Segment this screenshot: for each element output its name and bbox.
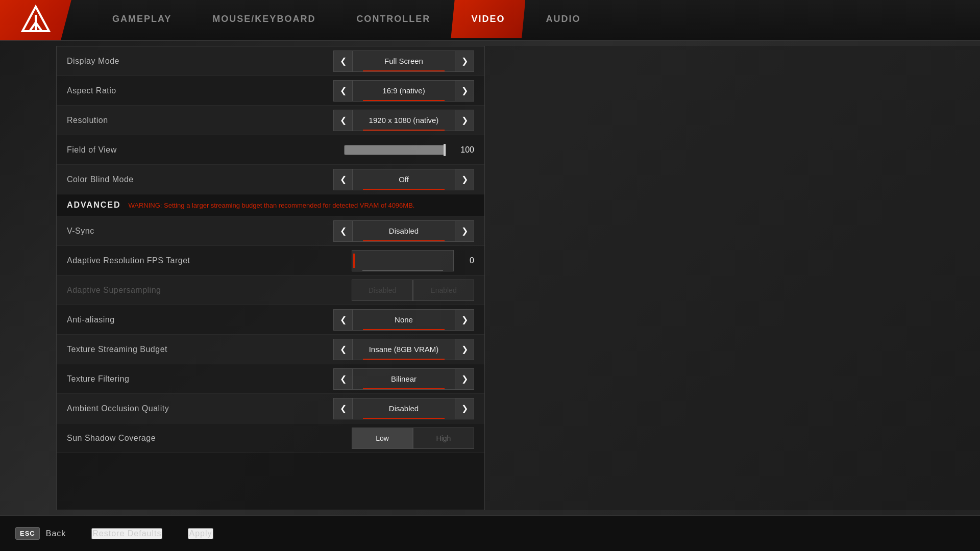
anti-aliasing-value: None	[353, 309, 455, 331]
display-mode-label: Display Mode	[67, 57, 333, 66]
warning-text: WARNING: Setting a larger streaming budg…	[128, 202, 414, 209]
display-mode-value: Full Screen	[353, 51, 455, 72]
adaptive-supersampling-row: Adaptive Supersampling Disabled Enabled	[57, 276, 484, 305]
color-blind-mode-label: Color Blind Mode	[67, 175, 333, 184]
tab-gameplay[interactable]: GAMEPLAY	[92, 0, 192, 40]
ambient-occlusion-left-btn[interactable]: ❮	[333, 398, 353, 419]
esc-key: ESC	[15, 527, 40, 540]
adaptive-resolution-row: Adaptive Resolution FPS Target 0	[57, 246, 484, 276]
texture-streaming-label: Texture Streaming Budget	[67, 345, 333, 354]
esc-back-group[interactable]: ESC Back	[15, 527, 66, 540]
aspect-ratio-left-btn[interactable]: ❮	[333, 80, 353, 102]
aspect-ratio-row: Aspect Ratio ❮ 16:9 (native) ❯	[57, 76, 484, 106]
anti-aliasing-left-btn[interactable]: ❮	[333, 309, 353, 331]
sun-shadow-row: Sun Shadow Coverage Low High	[57, 423, 484, 453]
bottom-bar: ESC Back Restore Defaults Apply	[0, 515, 980, 551]
advanced-label: ADVANCED	[67, 201, 120, 210]
texture-streaming-row: Texture Streaming Budget ❮ Insane (8GB V…	[57, 335, 484, 364]
aspect-ratio-label: Aspect Ratio	[67, 86, 333, 95]
display-mode-left-btn[interactable]: ❮	[333, 51, 353, 72]
logo-area	[0, 0, 71, 40]
texture-filtering-label: Texture Filtering	[67, 374, 333, 384]
texture-streaming-control: ❮ Insane (8GB VRAM) ❯	[333, 339, 474, 360]
color-blind-mode-control: ❮ Off ❯	[333, 169, 474, 190]
adaptive-supersampling-disabled-btn[interactable]: Disabled	[352, 280, 413, 301]
ambient-occlusion-label: Ambient Occlusion Quality	[67, 404, 333, 413]
texture-filtering-left-btn[interactable]: ❮	[333, 368, 353, 390]
resolution-control: ❮ 980 x 551 (native) ❯	[333, 110, 474, 131]
resolution-row: Resolution ❮ 980 x 551 (native) ❯	[57, 106, 484, 135]
anti-aliasing-row: Anti-aliasing ❮ None ❯	[57, 305, 484, 335]
ambient-occlusion-row: Ambient Occlusion Quality ❮ Disabled ❯	[57, 394, 484, 423]
sun-shadow-high-btn[interactable]: High	[413, 428, 474, 449]
resolution-label: Resolution	[67, 116, 333, 125]
ambient-occlusion-control: ❮ Disabled ❯	[333, 398, 474, 419]
texture-streaming-value: Insane (8GB VRAM)	[353, 339, 455, 360]
ambient-occlusion-right-btn[interactable]: ❯	[455, 398, 474, 419]
vsync-left-btn[interactable]: ❮	[333, 220, 353, 242]
advanced-header: ADVANCED WARNING: Setting a larger strea…	[57, 194, 484, 216]
anti-aliasing-right-btn[interactable]: ❯	[455, 309, 474, 331]
restore-defaults-button[interactable]: Restore Defaults	[91, 528, 162, 539]
adaptive-resolution-label: Adaptive Resolution FPS Target	[67, 256, 352, 265]
aspect-ratio-right-btn[interactable]: ❯	[455, 80, 474, 102]
display-mode-right-btn[interactable]: ❯	[455, 51, 474, 72]
sun-shadow-low-btn[interactable]: Low	[352, 428, 413, 449]
adaptive-supersampling-control: Disabled Enabled	[352, 280, 474, 301]
vsync-right-btn[interactable]: ❯	[455, 220, 474, 242]
adaptive-resolution-slider[interactable]	[352, 250, 454, 271]
color-blind-mode-row: Color Blind Mode ❮ Off ❯	[57, 165, 484, 194]
vsync-control: ❮ Disabled ❯	[333, 220, 474, 242]
resolution-right-btn[interactable]: ❯	[455, 110, 474, 131]
adaptive-resolution-control: 0	[352, 250, 474, 271]
anti-aliasing-label: Anti-aliasing	[67, 315, 333, 324]
color-blind-left-btn[interactable]: ❮	[333, 169, 353, 190]
texture-streaming-right-btn[interactable]: ❯	[455, 339, 474, 360]
texture-filtering-value: Bilinear	[353, 368, 455, 390]
header: GAMEPLAY MOUSE/KEYBOARD CONTROLLER VIDEO…	[0, 0, 980, 41]
vsync-row: V-Sync ❮ Disabled ❯	[57, 216, 484, 246]
tab-audio[interactable]: AUDIO	[525, 0, 601, 40]
resolution-left-btn[interactable]: ❮	[333, 110, 353, 131]
texture-streaming-left-btn[interactable]: ❮	[333, 339, 353, 360]
sun-shadow-label: Sun Shadow Coverage	[67, 434, 352, 443]
adaptive-supersampling-enabled-btn[interactable]: Enabled	[413, 280, 474, 301]
color-blind-right-btn[interactable]: ❯	[455, 169, 474, 190]
settings-panel: Display Mode ❮ Full Screen ❯ Aspect Rati…	[56, 46, 485, 510]
texture-filtering-control: ❮ Bilinear ❯	[333, 368, 474, 390]
color-blind-mode-value: Off	[353, 169, 455, 190]
main-content: Display Mode ❮ Full Screen ❯ Aspect Rati…	[56, 46, 980, 510]
field-of-view-value: 100	[454, 145, 474, 155]
texture-filtering-right-btn[interactable]: ❯	[455, 368, 474, 390]
aspect-ratio-control: ❮ 16:9 (native) ❯	[333, 80, 474, 102]
field-of-view-control: 100	[344, 145, 474, 155]
adaptive-supersampling-label: Adaptive Supersampling	[67, 286, 352, 295]
field-of-view-slider[interactable]	[344, 145, 446, 155]
resolution-value: 980 x 551 (native)	[353, 110, 455, 131]
back-text: Back	[46, 529, 66, 538]
field-of-view-label: Field of View	[67, 145, 344, 155]
anti-aliasing-control: ❮ None ❯	[333, 309, 474, 331]
display-mode-row: Display Mode ❮ Full Screen ❯	[57, 46, 484, 76]
nav-tabs: GAMEPLAY MOUSE/KEYBOARD CONTROLLER VIDEO…	[92, 0, 601, 40]
tab-mouse-keyboard[interactable]: MOUSE/KEYBOARD	[192, 0, 336, 40]
vsync-label: V-Sync	[67, 227, 333, 236]
display-mode-control: ❮ Full Screen ❯	[333, 51, 474, 72]
aspect-ratio-value: 16:9 (native)	[353, 80, 455, 102]
vsync-value: Disabled	[353, 220, 455, 242]
apply-button[interactable]: Apply	[188, 528, 213, 539]
texture-filtering-row: Texture Filtering ❮ Bilinear ❯	[57, 364, 484, 394]
sun-shadow-control: Low High	[352, 428, 474, 449]
apex-logo	[20, 5, 51, 35]
ambient-occlusion-value: Disabled	[353, 398, 455, 419]
tab-controller[interactable]: CONTROLLER	[336, 0, 451, 40]
tab-video[interactable]: VIDEO	[451, 0, 525, 40]
adaptive-resolution-value: 0	[459, 256, 474, 265]
right-panel	[485, 46, 980, 510]
field-of-view-row: Field of View 100	[57, 135, 484, 165]
